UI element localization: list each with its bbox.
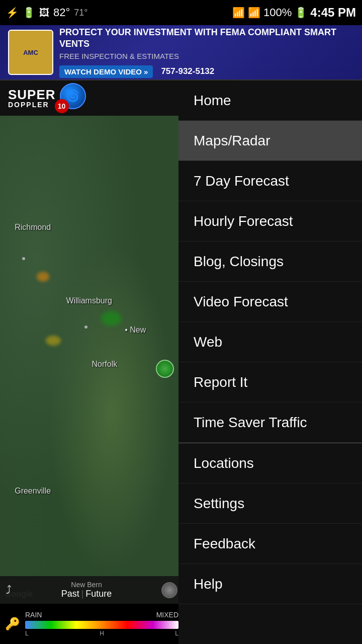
legend-high: H [100, 630, 104, 637]
norfolk-marker [156, 360, 174, 378]
ad-cta-button[interactable]: WATCH DEMO VIDEO » [59, 65, 153, 78]
richmond-dot [22, 257, 25, 260]
past-button[interactable]: Past [61, 589, 79, 599]
battery-percent: 100% [263, 6, 292, 19]
timeline-city: New Bern [71, 581, 102, 589]
battery-level-icon: 🔋 [23, 7, 35, 19]
status-right-icons: 📶 📶 100% 🔋 4:45 PM [232, 6, 356, 20]
menu-item-maps-radar[interactable]: Maps/Radar [178, 121, 362, 161]
ad-sub: FREE INSPECTION & ESTIMATES [59, 52, 354, 60]
temperature-high: 82° [53, 6, 70, 19]
legend-low-1: L [25, 630, 29, 637]
ad-headline: PROTECT YOUR INVESTMENT WITH FEMA COMPLI… [59, 27, 354, 50]
menu-item-home[interactable]: Home [178, 80, 362, 121]
map-label-williamsburg: Williamsburg [66, 296, 112, 305]
menu-item-hourly-forecast[interactable]: Hourly Forecast [178, 201, 362, 242]
timeline-toggle[interactable] [161, 582, 177, 598]
radar-blob-1 [101, 311, 121, 326]
menu-item-locations[interactable]: Locations [178, 443, 362, 484]
app-logo: SUPER DOPPLER 🌀 10 [8, 83, 86, 113]
menu-item-web[interactable]: Web [178, 322, 362, 362]
timeline-controls: Past | Future [61, 589, 112, 599]
menu-overlay: Home Maps/Radar 7 Day Forecast Hourly Fo… [178, 80, 362, 644]
bottom-bar: 🔑 RAIN MIXED L H L [0, 604, 184, 644]
menu-item-settings[interactable]: Settings [178, 484, 362, 524]
ad-text: PROTECT YOUR INVESTMENT WITH FEMA COMPLI… [53, 27, 354, 78]
williamsburg-dot [84, 326, 87, 329]
key-icon: 🔑 [5, 617, 20, 631]
ad-phone: 757-932-5132 [161, 66, 214, 76]
menu-item-blog-closings[interactable]: Blog, Closings [178, 242, 362, 282]
status-left-icons: ⚡ 🔋 🖼 82° 71° [6, 6, 88, 19]
menu-item-time-saver-traffic[interactable]: Time Saver Traffic [178, 403, 362, 443]
mixed-label: MIXED [156, 611, 178, 619]
menu-item-help[interactable]: Help [178, 564, 362, 604]
menu-item-video-forecast[interactable]: Video Forecast [178, 282, 362, 322]
ad-banner[interactable]: AMC PROTECT YOUR INVESTMENT WITH FEMA CO… [0, 25, 362, 80]
menu-item-report-it[interactable]: Report It [178, 362, 362, 403]
map-label-new: • New [125, 326, 146, 335]
legend-low-2: L [175, 630, 178, 637]
legend-color-bar [25, 621, 178, 629]
timeline-divider: | [81, 589, 84, 599]
map-background: Richmond Williamsburg • New Norfolk Gree… [0, 116, 184, 604]
battery-icon: 🔋 [295, 7, 307, 19]
share-icon[interactable]: ⤴ [6, 584, 12, 597]
timeline-bar: ⤴ New Bern Past | Future [0, 576, 184, 604]
temperature-low: 71° [74, 8, 87, 18]
menu-item-feedback[interactable]: Feedback [178, 524, 362, 564]
menu-item-7-day-forecast[interactable]: 7 Day Forecast [178, 161, 362, 201]
wifi-icon: 📶 [232, 7, 245, 19]
radar-blob-2 [37, 272, 49, 282]
map-label-greenville: Greenville [15, 487, 51, 496]
usb-icon: ⚡ [6, 7, 19, 19]
logo-super: SUPER [8, 88, 56, 101]
signal-icon: 📶 [248, 7, 260, 19]
rain-label: RAIN [25, 611, 42, 619]
status-bar: ⚡ 🔋 🖼 82° 71° 📶 📶 100% 🔋 4:45 PM [0, 0, 362, 25]
map-area[interactable]: Richmond Williamsburg • New Norfolk Gree… [0, 116, 184, 604]
ad-logo: AMC [8, 30, 53, 75]
image-icon: 🖼 [39, 7, 49, 19]
future-button[interactable]: Future [85, 589, 112, 599]
clock: 4:45 PM [310, 6, 356, 20]
radar-blob-3 [46, 336, 61, 346]
map-label-richmond: Richmond [15, 223, 51, 232]
legend: RAIN MIXED L H L [25, 611, 178, 637]
logo-doppler: DOPPLER [8, 101, 56, 108]
map-label-norfolk: Norfolk [92, 360, 118, 369]
